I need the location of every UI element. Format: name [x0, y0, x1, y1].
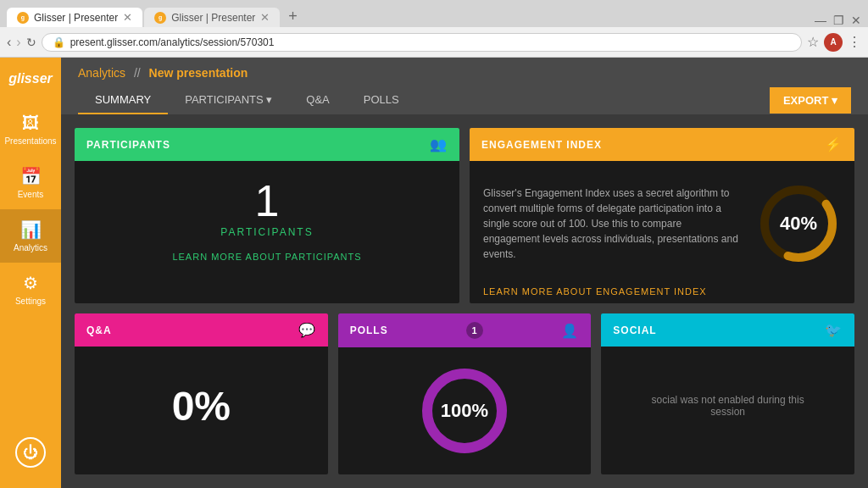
engagement-learn-more[interactable]: LEARN MORE ABOUT ENGAGEMENT INDEX: [470, 280, 854, 303]
presentations-icon: 🖼: [22, 114, 39, 133]
main-content: Analytics // New presentation SUMMARY PA…: [61, 58, 868, 488]
engagement-circle: 40%: [756, 181, 841, 266]
polls-card: POLLS 1 👤 100%: [338, 313, 592, 474]
tab-close-1[interactable]: ✕: [123, 11, 132, 24]
sidebar-item-events[interactable]: 📅 Events: [0, 156, 61, 209]
bookmark-button[interactable]: ☆: [807, 34, 819, 50]
engagement-card: ENGAGEMENT INDEX ⚡ Glisser's Engagement …: [470, 128, 854, 303]
polls-header-icon: 👤: [561, 323, 579, 339]
polls-header-label: POLLS: [350, 324, 388, 336]
dashboard: PARTICIPANTS 👥 1 PARTICIPANTS LEARN MORE…: [61, 114, 868, 488]
participants-card: PARTICIPANTS 👥 1 PARTICIPANTS LEARN MORE…: [75, 128, 459, 303]
participants-learn-more[interactable]: LEARN MORE ABOUT PARTICIPANTS: [172, 252, 361, 262]
power-button[interactable]: ⏻: [15, 437, 46, 468]
breadcrumb-separator: //: [134, 66, 141, 80]
qa-percent: 0%: [172, 383, 231, 430]
analytics-icon: 📊: [20, 219, 42, 240]
close-button[interactable]: ✕: [851, 14, 861, 27]
polls-card-body: 100%: [338, 347, 592, 474]
engagement-card-body: Glisser's Engagement Index uses a secret…: [470, 161, 854, 303]
bottom-cards: Q&A 💬 0% POLLS 1 👤: [75, 313, 854, 474]
tabs-row: SUMMARY PARTICIPANTS ▾ Q&A POLLS EXPORT …: [78, 86, 851, 114]
engagement-card-header: ENGAGEMENT INDEX ⚡: [470, 128, 854, 161]
participants-header-icon: 👥: [430, 136, 448, 152]
browser-chrome: g Glisser | Presenter ✕ g Glisser | Pres…: [0, 0, 868, 58]
export-button[interactable]: EXPORT ▾: [770, 87, 851, 114]
sidebar-logo: glisser: [5, 68, 56, 90]
tab-participants[interactable]: PARTICIPANTS ▾: [168, 86, 289, 114]
tab-summary[interactable]: SUMMARY: [78, 86, 168, 114]
polls-badge: 1: [466, 322, 483, 339]
polls-card-header: POLLS 1 👤: [338, 313, 592, 347]
sidebar-item-settings[interactable]: ⚙ Settings: [0, 263, 61, 316]
address-bar[interactable]: 🔒 present.glisser.com/analytics/session/…: [42, 33, 802, 52]
participants-card-header: PARTICIPANTS 👥: [75, 128, 459, 161]
participants-card-body: 1 PARTICIPANTS LEARN MORE ABOUT PARTICIP…: [75, 161, 459, 280]
social-card-body: social was not enabled during this sessi…: [601, 347, 854, 465]
profile-button[interactable]: A: [824, 33, 843, 52]
tab-1[interactable]: g Glisser | Presenter ✕: [7, 8, 142, 27]
social-header-label: SOCIAL: [613, 324, 656, 336]
lock-icon: 🔒: [53, 36, 65, 48]
tab-close-2[interactable]: ✕: [260, 11, 270, 24]
browser-tab-bar: g Glisser | Presenter ✕ g Glisser | Pres…: [0, 0, 868, 27]
engagement-header-label: ENGAGEMENT INDEX: [481, 139, 602, 151]
engagement-content: Glisser's Engagement Index uses a secret…: [470, 168, 854, 280]
social-header-icon: 🐦: [825, 322, 843, 338]
breadcrumb: Analytics // New presentation: [78, 66, 851, 80]
engagement-percent: 40%: [780, 213, 817, 235]
breadcrumb-current: New presentation: [149, 66, 248, 80]
maximize-button[interactable]: ❐: [833, 14, 844, 27]
window-controls: — ❐ ✕: [815, 14, 868, 27]
sidebar-item-analytics[interactable]: 📊 Analytics: [0, 209, 61, 263]
browser-toolbar: ‹ › ↻ 🔒 present.glisser.com/analytics/se…: [0, 27, 868, 58]
breadcrumb-base: Analytics: [78, 66, 125, 80]
sidebar-label-settings: Settings: [15, 297, 46, 306]
qa-card-header: Q&A 💬: [75, 313, 328, 347]
tab-2[interactable]: g Glisser | Presenter ✕: [144, 8, 280, 27]
polls-circle: 100%: [418, 364, 511, 458]
qa-header-label: Q&A: [86, 324, 112, 336]
address-text: present.glisser.com/analytics/session/57…: [70, 36, 275, 48]
tab-qa[interactable]: Q&A: [289, 86, 346, 114]
sidebar-label-events: Events: [18, 190, 44, 199]
engagement-header-icon: ⚡: [825, 136, 843, 152]
social-card-header: SOCIAL 🐦: [601, 313, 854, 347]
tabs: SUMMARY PARTICIPANTS ▾ Q&A POLLS: [78, 86, 416, 114]
participants-number: 1: [255, 179, 280, 223]
tab-polls[interactable]: POLLS: [347, 86, 416, 114]
forward-button[interactable]: ›: [16, 35, 20, 50]
sidebar-label-analytics: Analytics: [14, 243, 47, 252]
participants-header-label: PARTICIPANTS: [86, 139, 170, 151]
sidebar: glisser 🖼 Presentations 📅 Events 📊 Analy…: [0, 58, 61, 488]
new-tab-button[interactable]: +: [281, 6, 304, 27]
events-icon: 📅: [20, 166, 42, 186]
minimize-button[interactable]: —: [815, 14, 826, 27]
participants-label: PARTICIPANTS: [220, 226, 313, 238]
qa-header-icon: 💬: [298, 322, 316, 338]
sidebar-label-presentations: Presentations: [4, 136, 56, 146]
qa-card: Q&A 💬 0%: [75, 313, 328, 474]
polls-percent: 100%: [441, 400, 488, 422]
social-card: SOCIAL 🐦 social was not enabled during t…: [601, 313, 854, 474]
reload-button[interactable]: ↻: [26, 36, 36, 49]
sidebar-bottom: ⏻: [15, 437, 46, 478]
social-message: social was not enabled during this sessi…: [618, 377, 837, 435]
back-button[interactable]: ‹: [7, 35, 11, 50]
sidebar-item-presentations[interactable]: 🖼 Presentations: [0, 103, 61, 156]
menu-button[interactable]: ⋮: [848, 34, 861, 50]
qa-card-body: 0%: [75, 347, 328, 465]
engagement-description: Glisser's Engagement Index uses a secret…: [483, 186, 739, 262]
page-header: Analytics // New presentation SUMMARY PA…: [61, 58, 868, 114]
settings-icon: ⚙: [23, 273, 38, 293]
